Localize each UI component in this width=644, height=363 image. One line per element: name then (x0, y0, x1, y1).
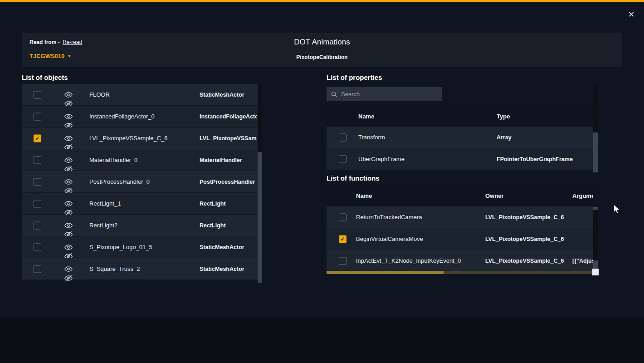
functions-col-owner: Owner (485, 185, 503, 206)
objects-scrollbar[interactable] (258, 84, 262, 283)
table-row[interactable]: Transform Array (327, 127, 593, 148)
row-checkbox[interactable] (34, 200, 41, 207)
function-name: BeginVirtualCameraMove (356, 228, 423, 250)
object-type: MaterialHandler (200, 149, 257, 171)
functions-horizontal-scrollbar[interactable] (327, 271, 593, 274)
table-row[interactable]: PostProcessHandler_0 PostProcessHandler (22, 171, 262, 193)
object-type: PostProcessHandler (200, 171, 257, 193)
functions-scrollbar-thumb[interactable] (593, 210, 598, 260)
device-name: TJCGWS010 (29, 53, 64, 59)
objects-list: FLOOR StaticMeshActor InstancedFoliageAc… (22, 84, 262, 283)
object-type: RectLight (200, 215, 257, 236)
scrollbar-corner (592, 269, 599, 275)
table-row[interactable]: RectLight2 RectLight (22, 215, 262, 236)
properties-col-type: Type (497, 107, 510, 127)
functions-scrollbar[interactable] (593, 207, 598, 270)
properties-col-name: Name (358, 107, 374, 127)
table-row[interactable]: ReturnToTrackedCamera LVL_PixotopeVSSamp… (327, 206, 593, 228)
function-owner: LVL_PixotopeVSSample_C_6 (485, 206, 564, 228)
property-type: FPointerToUberGraphFrame (497, 148, 593, 170)
function-arguments: [{"Adjus (572, 250, 593, 272)
properties-table-header: Name Type (327, 107, 593, 127)
functions-table-header: Name Owner Arguments (327, 185, 593, 206)
row-checkbox[interactable] (339, 213, 346, 221)
mouse-cursor (613, 204, 621, 215)
device-dropdown[interactable]: TJCGWS010▼ (29, 53, 71, 59)
functions-col-name: Name (356, 185, 372, 206)
visibility-eye-icon[interactable] (64, 265, 73, 274)
function-name: InpActEvt_T_K2Node_InputKeyEvent_0 (356, 250, 461, 272)
visibility-eye-icon[interactable] (64, 156, 73, 165)
dialog-title: DOT Animations (294, 38, 350, 47)
properties-scrollbar[interactable] (593, 83, 598, 172)
visibility-eye-icon[interactable] (64, 90, 73, 99)
function-owner: LVL_PixotopeVSSample_C_6 (485, 228, 564, 250)
close-icon[interactable]: ✕ (626, 9, 637, 20)
functions-horizontal-scrollbar-thumb[interactable] (327, 271, 444, 274)
visibility-eye-icon[interactable] (64, 134, 73, 143)
visibility-eye-icon[interactable] (64, 112, 73, 121)
search-input[interactable] (341, 91, 438, 98)
visibility-eye-icon[interactable] (64, 221, 73, 230)
row-checkbox[interactable] (34, 113, 41, 120)
row-checkbox[interactable] (339, 133, 346, 141)
functions-table: Name Owner Arguments ReturnToTrackedCame… (327, 185, 593, 272)
functions-list-heading: List of functions (327, 174, 380, 182)
row-checkbox[interactable] (339, 235, 346, 243)
property-name: UberGraphFrame (358, 148, 405, 170)
visibility-eye-icon[interactable] (64, 199, 73, 208)
object-type: StaticMeshActor (200, 236, 257, 258)
row-checkbox[interactable] (339, 257, 346, 265)
property-type: Array (497, 127, 593, 148)
table-row[interactable]: UberGraphFrame FPointerToUberGraphFrame (327, 148, 593, 170)
search-icon (331, 91, 337, 98)
object-type: RectLight (200, 193, 257, 215)
functions-col-arguments: Arguments (572, 185, 593, 206)
objects-list-heading: List of objects (22, 74, 68, 81)
row-checkbox[interactable] (339, 155, 346, 163)
properties-list-heading: List of properties (327, 74, 382, 81)
properties-scrollbar-thumb[interactable] (593, 83, 598, 132)
property-name: Transform (358, 127, 385, 148)
row-checkbox[interactable] (34, 243, 41, 251)
dialog-subtitle: PixotopeCalibration (296, 54, 347, 60)
objects-scrollbar-thumb[interactable] (258, 84, 262, 152)
table-row[interactable]: FLOOR StaticMeshActor (22, 84, 262, 106)
row-checkbox[interactable] (34, 156, 41, 164)
brand-accent-bar (0, 0, 644, 2)
connection-header-panel: Read from - Re-read TJCGWS010▼ DOT Anima… (22, 33, 622, 67)
row-checkbox[interactable] (34, 265, 41, 273)
chevron-down-icon: ▼ (67, 54, 71, 59)
visibility-eye-icon[interactable] (64, 243, 73, 252)
read-from-label: Read from - (29, 39, 60, 45)
dialog-footer: Cancel Select (0, 318, 644, 363)
table-row[interactable]: InstancedFoliageActor_0 InstancedFoliage… (22, 106, 262, 128)
table-row[interactable]: S_Pixotope_Logo_01_5 StaticMeshActor (22, 236, 262, 258)
function-name: ReturnToTrackedCamera (356, 206, 422, 228)
object-type: InstancedFoliageActor (200, 106, 257, 128)
row-checkbox[interactable] (34, 91, 41, 98)
table-row[interactable]: BeginVirtualCameraMove LVL_PixotopeVSSam… (327, 228, 593, 250)
object-type: StaticMeshActor (200, 84, 257, 106)
row-checkbox[interactable] (34, 134, 41, 142)
table-row[interactable]: MaterialHandler_0 MaterialHandler (22, 149, 262, 171)
object-type: LVL_PixotopeVSSample_C (200, 128, 257, 149)
function-owner: LVL_PixotopeVSSample_C_6 (485, 250, 564, 272)
properties-table: Name Type Transform Array UberGraphFrame… (327, 107, 593, 170)
table-row[interactable]: InpActEvt_T_K2Node_InputKeyEvent_0 LVL_P… (327, 250, 593, 272)
properties-search-box[interactable] (327, 87, 442, 101)
table-row[interactable]: LVL_PixotopeVSSample_C_6 LVL_PixotopeVSS… (22, 128, 262, 149)
table-row[interactable]: S_Square_Truss_2 StaticMeshActor (22, 258, 262, 280)
visibility-eye-icon[interactable] (64, 177, 73, 186)
object-type: StaticMeshActor (200, 258, 257, 280)
reread-link[interactable]: Re-read (63, 39, 82, 45)
row-checkbox[interactable] (34, 221, 41, 229)
table-row[interactable]: RectLight_1 RectLight (22, 193, 262, 215)
row-checkbox[interactable] (34, 178, 41, 186)
